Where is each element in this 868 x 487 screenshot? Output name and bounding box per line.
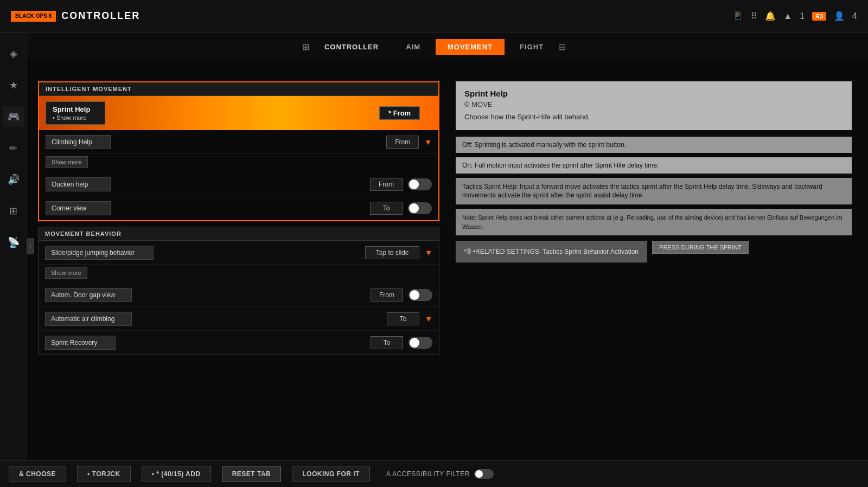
sprint-recovery-toggle[interactable]	[409, 337, 432, 349]
corner-view-row: Corner view To	[39, 196, 438, 220]
related-row: *® •RELATED SETTINGS: Tactics Sprint Beh…	[456, 241, 852, 262]
movement-behavior-header: MOVEMENT BEHAVIOR	[39, 227, 439, 241]
sidebar-icon-pen[interactable]: ✏	[5, 138, 22, 158]
choose-button[interactable]: & CHOOSE	[9, 466, 66, 482]
bottom-bar: & CHOOSE • toRJcK • * (40/15) ADD RESET …	[0, 460, 868, 487]
related-label: *® •RELATED SETTINGS: Tactics Sprint Beh…	[464, 248, 639, 255]
sidebar-icon-speaker[interactable]: 🔊	[3, 169, 24, 190]
autom-door-value: From	[371, 289, 432, 302]
looking-for-button[interactable]: LOOKING FOR IT	[292, 466, 370, 482]
accessibility-knob	[475, 470, 483, 478]
oucken-from-tag: From	[370, 178, 403, 191]
corner-view-value: To	[370, 202, 432, 215]
sidebar-icon-star[interactable]: ★	[5, 75, 22, 95]
sprint-recovery-label[interactable]: Sprint Recovery	[45, 336, 116, 350]
climbing-dropdown-arrow[interactable]: ▼	[424, 138, 432, 146]
top-bar: BLACK OPS 6 CONTROLLER 📱 ⠿ 🔔 ▲ 1 R3 👤 4	[0, 0, 868, 33]
looking-label: LOOKING FOR IT	[302, 470, 360, 478]
press-during-sprint-btn[interactable]: PRESS DURING THE SPRINT	[652, 241, 749, 254]
option-off-card: Off: Sprinting is activated manually wit…	[456, 137, 852, 153]
oucken-help-label[interactable]: Oucken help	[46, 177, 111, 191]
note-text: Note: Sprint Help does not break other c…	[462, 214, 843, 230]
accessibility-toggle[interactable]	[474, 469, 494, 479]
tab-movement[interactable]: Movement	[436, 39, 505, 55]
tactics-text: Tactics Sprint Help: Input a forward mov…	[462, 183, 822, 200]
corner-view-toggle[interactable]	[408, 202, 432, 214]
auto-air-dropdown[interactable]: ▼	[425, 315, 432, 323]
oucken-help-row: Oucken help From	[39, 172, 438, 196]
auto-air-label[interactable]: Automatic air climbing	[45, 312, 132, 326]
autom-door-tag: From	[371, 289, 403, 302]
movement-behavior-section: MOVEMENT BEHAVIOR Slide/pidge jumping be…	[38, 227, 439, 355]
tactics-row: Tactics Sprint Help: Input a forward mov…	[456, 178, 852, 205]
sidebar-icon-grid[interactable]: ⊞	[5, 201, 22, 221]
accessibility-label: A ACCESSIBILITY FILTER	[386, 470, 470, 478]
logo-box: BLACK OPS 6	[11, 11, 56, 22]
sprint-recovery-tag: To	[371, 336, 403, 349]
tactics-card: Tactics Sprint Help: Input a forward mov…	[456, 178, 852, 205]
climbing-show-more-btn[interactable]: Show more	[46, 156, 88, 168]
sidebar-icon-wifi[interactable]: 📡	[3, 232, 24, 253]
bell-icon[interactable]: 🔔	[765, 11, 776, 21]
upload-icon[interactable]: ▲	[783, 11, 792, 21]
info-desc: Choose how the Sprint-Hife will behand.	[464, 112, 843, 123]
sidebar-icon-1[interactable]: ◈	[5, 43, 22, 64]
sprint-dropdown-arrow[interactable]: ▼	[424, 109, 432, 118]
climbing-help-value: From ▼	[386, 136, 432, 149]
intelligent-movement-header: INTELLIGENT MOVEMENT	[39, 82, 438, 96]
tab-fight[interactable]: Fight	[508, 39, 556, 55]
slide-behavior-label[interactable]: Slide/pidge jumping behavior	[45, 246, 154, 260]
related-settings-btn[interactable]: *® •RELATED SETTINGS: Tactics Sprint Beh…	[456, 241, 647, 262]
option-on-card: On: Full motion input activates the spri…	[456, 157, 852, 174]
left-sidebar: ◈ ★ 🎮 ✏ 🔊 ⊞ 📡 ›	[0, 33, 27, 460]
choose-label: & CHOOSE	[19, 470, 56, 478]
phone-icon[interactable]: 📱	[732, 11, 743, 21]
tab-controller[interactable]: CONTROLLER	[312, 39, 391, 55]
sprint-help-main: Sprint Help	[53, 105, 98, 113]
left-panel: INTELLIGENT MOVEMENT Sprint Help • Show …	[38, 81, 439, 454]
nav-icon-right[interactable]: ⊟	[559, 42, 566, 52]
right-info-panel: Sprint Help © MOVE Choose how the Sprint…	[450, 81, 857, 454]
slide-show-more-btn[interactable]: Show more	[45, 267, 87, 279]
sprint-from-tag: * From	[379, 106, 420, 120]
sprint-help-value: * From ▼	[379, 106, 432, 120]
slide-dropdown-arrow[interactable]: ▼	[425, 248, 432, 257]
logo-area: BLACK OPS 6 CONTROLLER	[11, 10, 140, 22]
add-button[interactable]: • * (40/15) ADD	[142, 466, 211, 482]
autom-door-toggle[interactable]	[409, 289, 432, 301]
oucken-help-value: From	[370, 178, 432, 191]
climbing-help-label[interactable]: Climbing Help	[46, 135, 111, 149]
sprint-help-label[interactable]: Sprint Help • Show more	[46, 101, 105, 125]
r3-badge: R3	[812, 12, 826, 21]
intelligent-movement-section: INTELLIGENT MOVEMENT Sprint Help • Show …	[38, 81, 439, 221]
press-label: PRESS DURING THE SPRINT	[659, 244, 742, 251]
climbing-help-row: Climbing Help From ▼	[39, 130, 438, 154]
slide-behavior-value: Tap to slide ▼	[365, 246, 432, 259]
autom-door-label[interactable]: Autom. Door gap view	[45, 288, 132, 302]
user-icon[interactable]: 👤	[834, 11, 845, 21]
grid-icon[interactable]: ⠿	[751, 11, 757, 21]
climbing-from-tag: From	[386, 136, 419, 149]
logo-text: CONTROLLER	[61, 10, 140, 22]
auto-air-tag: To	[387, 312, 419, 325]
info-subtitle: © MOVE	[464, 100, 843, 108]
sprint-recovery-knob	[410, 338, 419, 348]
torjck-label: • toRJcK	[87, 470, 120, 478]
nav-tabs: ⊞ CONTROLLER Aim Movement Fight ⊟	[0, 33, 868, 61]
option-on-text: On: Full motion input activates the spri…	[462, 162, 659, 169]
nav-icon-left[interactable]: ⊞	[302, 42, 309, 52]
corner-view-toggle-knob	[409, 203, 419, 213]
reset-tab-button[interactable]: RESET TAB	[222, 466, 282, 482]
sprint-help-row[interactable]: Sprint Help • Show more * From ▼	[39, 96, 438, 130]
option-off-text: Off: Sprinting is activated manually wit…	[462, 141, 626, 149]
oucken-toggle[interactable]	[408, 178, 432, 190]
corner-view-label[interactable]: Corner view	[46, 201, 111, 215]
add-label: • * (40/15) ADD	[152, 470, 201, 478]
sprint-recovery-value: To	[371, 336, 432, 349]
torjck-button[interactable]: • toRJcK	[77, 466, 131, 482]
climbing-show-more-row: Show more	[39, 154, 438, 172]
corner-to-tag: To	[370, 202, 403, 215]
slide-value-tag: Tap to slide	[365, 246, 419, 259]
sidebar-icon-gamepad[interactable]: 🎮	[3, 106, 24, 127]
tab-aim[interactable]: Aim	[394, 39, 432, 55]
